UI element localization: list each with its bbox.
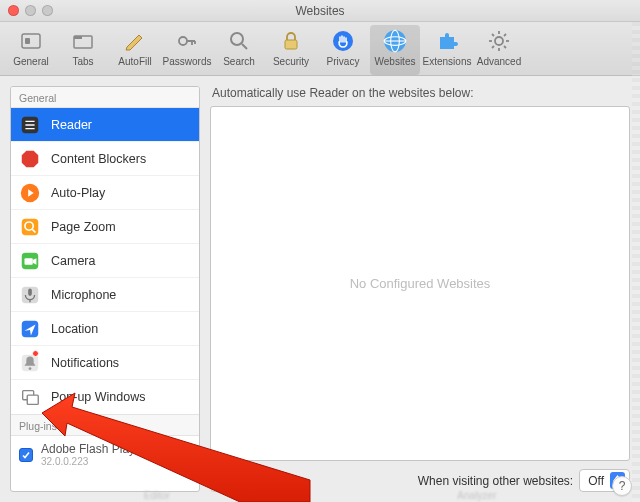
tab-privacy[interactable]: Privacy [318, 25, 368, 75]
configured-websites-list[interactable]: No Configured Websites [210, 106, 630, 461]
sidebar-item-page-zoom[interactable]: Page Zoom [11, 210, 199, 244]
tab-tabs[interactable]: Tabs [58, 25, 108, 75]
settings-sidebar: General Reader Content Blockers Auto-Pla… [10, 86, 200, 492]
tab-passwords[interactable]: Passwords [162, 25, 212, 75]
svg-point-5 [231, 33, 243, 45]
svg-rect-32 [25, 258, 33, 264]
tab-search[interactable]: Search [214, 25, 264, 75]
camera-icon [19, 250, 41, 272]
zoom-window-button[interactable] [42, 5, 53, 16]
globe-icon [381, 27, 409, 55]
notification-badge [32, 350, 39, 357]
preferences-toolbar: General Tabs AutoFill Passwords [0, 22, 640, 76]
minimize-window-button[interactable] [25, 5, 36, 16]
plugin-name: Adobe Flash Player [41, 442, 146, 456]
svg-line-19 [492, 46, 494, 48]
svg-marker-25 [22, 150, 39, 167]
tab-label: Tabs [72, 56, 93, 67]
help-button[interactable]: ? [612, 476, 632, 496]
hand-icon [329, 27, 357, 55]
pencil-icon [121, 27, 149, 55]
sidebar-item-label: Page Zoom [51, 220, 116, 234]
tab-label: Websites [375, 56, 416, 67]
tab-label: Privacy [327, 56, 360, 67]
play-icon [19, 182, 41, 204]
tab-label: Extensions [423, 56, 472, 67]
plugin-checkbox[interactable] [19, 448, 33, 462]
svg-rect-35 [28, 288, 32, 295]
sidebar-item-label: Notifications [51, 356, 119, 370]
svg-line-18 [504, 46, 506, 48]
tab-label: Passwords [163, 56, 212, 67]
tab-label: AutoFill [118, 56, 151, 67]
preferences-window: Websites General Tabs AutoFill [0, 0, 640, 502]
controls-row: Remove When visiting other websites: Off [210, 461, 630, 492]
reader-icon [19, 114, 41, 136]
main-heading: Automatically use Reader on the websites… [210, 86, 630, 106]
plugin-version: 32.0.0.223 [41, 456, 146, 467]
sidebar-item-label: Location [51, 322, 98, 336]
sidebar-item-popup-windows[interactable]: Pop-up Windows [11, 380, 199, 414]
svg-point-39 [29, 367, 32, 370]
sidebar-item-label: Auto-Play [51, 186, 105, 200]
visiting-others-control: When visiting other websites: Off [418, 469, 630, 492]
sidebar-item-camera[interactable]: Camera [11, 244, 199, 278]
location-icon [19, 318, 41, 340]
svg-rect-6 [285, 40, 297, 49]
puzzle-icon [433, 27, 461, 55]
zoom-icon [19, 216, 41, 238]
sidebar-item-auto-play[interactable]: Auto-Play [11, 176, 199, 210]
plugin-row-flash[interactable]: Adobe Flash Player 32.0.0.223 [11, 436, 199, 473]
tab-label: Advanced [477, 56, 521, 67]
empty-list-placeholder: No Configured Websites [350, 276, 491, 291]
sidebar-item-label: Reader [51, 118, 92, 132]
tabs-icon [69, 27, 97, 55]
tab-security[interactable]: Security [266, 25, 316, 75]
svg-point-4 [179, 37, 187, 45]
title-bar: Websites [0, 0, 640, 22]
background-edge [632, 22, 640, 502]
svg-line-17 [492, 34, 494, 36]
svg-point-7 [333, 31, 353, 51]
tab-extensions[interactable]: Extensions [422, 25, 472, 75]
tab-label: Security [273, 56, 309, 67]
visiting-label: When visiting other websites: [418, 474, 573, 488]
svg-rect-41 [27, 395, 38, 404]
sidebar-item-content-blockers[interactable]: Content Blockers [11, 142, 199, 176]
sidebar-item-label: Microphone [51, 288, 116, 302]
tab-advanced[interactable]: Advanced [474, 25, 524, 75]
svg-point-12 [495, 37, 503, 45]
tab-autofill[interactable]: AutoFill [110, 25, 160, 75]
stop-icon [19, 148, 41, 170]
gear-icon [485, 27, 513, 55]
sidebar-item-location[interactable]: Location [11, 312, 199, 346]
sidebar-section-general: General [11, 87, 199, 108]
plugin-text: Adobe Flash Player 32.0.0.223 [41, 442, 146, 467]
magnifier-icon [225, 27, 253, 55]
traffic-lights [8, 5, 53, 16]
lock-icon [277, 27, 305, 55]
main-panel: Automatically use Reader on the websites… [210, 86, 630, 492]
svg-line-20 [504, 34, 506, 36]
windows-icon [19, 386, 41, 408]
visiting-value: Off [588, 474, 604, 488]
sidebar-item-label: Pop-up Windows [51, 390, 146, 404]
svg-rect-0 [22, 34, 40, 48]
tab-label: General [13, 56, 49, 67]
close-window-button[interactable] [8, 5, 19, 16]
svg-rect-1 [25, 38, 30, 44]
sidebar-section-plugins: Plug-ins [11, 414, 199, 436]
sidebar-item-reader[interactable]: Reader [11, 108, 199, 142]
switch-icon [17, 27, 45, 55]
tab-websites[interactable]: Websites [370, 25, 420, 75]
sidebar-item-label: Content Blockers [51, 152, 146, 166]
svg-rect-3 [74, 36, 82, 39]
remove-button[interactable]: Remove [210, 470, 281, 492]
tab-general[interactable]: General [6, 25, 56, 75]
body: General Reader Content Blockers Auto-Pla… [0, 76, 640, 502]
sidebar-item-microphone[interactable]: Microphone [11, 278, 199, 312]
sidebar-item-label: Camera [51, 254, 95, 268]
microphone-icon [19, 284, 41, 306]
sidebar-item-notifications[interactable]: Notifications [11, 346, 199, 380]
key-icon [173, 27, 201, 55]
